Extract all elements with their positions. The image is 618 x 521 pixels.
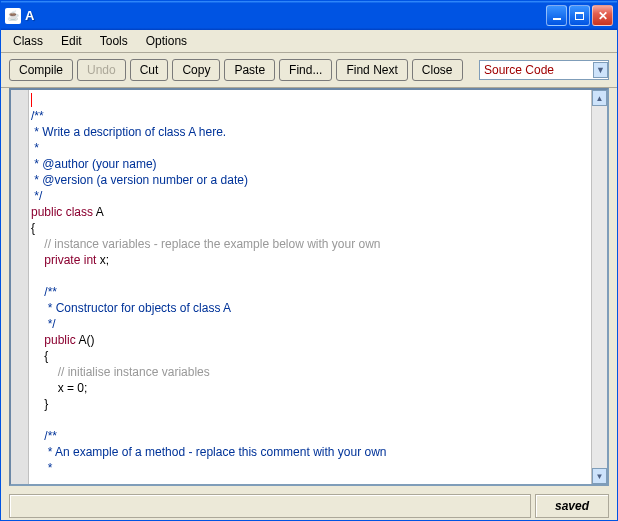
undo-button[interactable]: Undo (77, 59, 126, 81)
close-button[interactable]: Close (412, 59, 463, 81)
scroll-down-icon[interactable]: ▼ (592, 468, 607, 484)
compile-button[interactable]: Compile (9, 59, 73, 81)
gutter (11, 90, 29, 484)
editor-area: /** * Write a description of class A her… (1, 88, 617, 490)
view-select[interactable]: Source Code ▼ (479, 60, 609, 80)
minimize-button[interactable] (546, 5, 567, 26)
status-state: saved (535, 494, 609, 518)
view-select-value: Source Code (484, 63, 591, 77)
editor-frame: /** * Write a description of class A her… (9, 88, 609, 486)
menu-tools[interactable]: Tools (92, 32, 136, 50)
toolbar: Compile Undo Cut Copy Paste Find... Find… (1, 53, 617, 88)
close-window-button[interactable]: ✕ (592, 5, 613, 26)
statusbar: saved (1, 490, 617, 521)
cut-button[interactable]: Cut (130, 59, 169, 81)
maximize-button[interactable] (569, 5, 590, 26)
chevron-down-icon: ▼ (593, 62, 608, 78)
vertical-scrollbar[interactable]: ▲ ▼ (591, 90, 607, 484)
copy-button[interactable]: Copy (172, 59, 220, 81)
menu-class[interactable]: Class (5, 32, 51, 50)
menu-options[interactable]: Options (138, 32, 195, 50)
find-button[interactable]: Find... (279, 59, 332, 81)
window-controls: ✕ (546, 5, 613, 26)
scroll-up-icon[interactable]: ▲ (592, 90, 607, 106)
titlebar: ☕ A ✕ (1, 1, 617, 30)
scroll-track[interactable] (592, 106, 607, 468)
paste-button[interactable]: Paste (224, 59, 275, 81)
source-editor[interactable]: /** * Write a description of class A her… (29, 90, 591, 484)
window-title: A (25, 8, 546, 23)
status-message (9, 494, 531, 518)
menu-edit[interactable]: Edit (53, 32, 90, 50)
app-icon: ☕ (5, 8, 21, 24)
menubar: Class Edit Tools Options (1, 30, 617, 53)
find-next-button[interactable]: Find Next (336, 59, 407, 81)
